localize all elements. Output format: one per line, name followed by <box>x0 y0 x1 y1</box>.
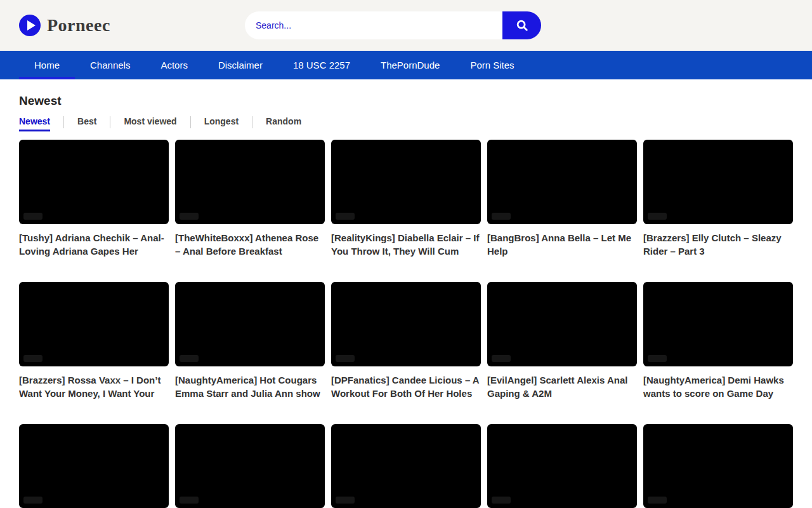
video-title[interactable]: [Brazzers] Elly Clutch – Sleazy Rider – … <box>643 231 793 258</box>
video-thumbnail[interactable] <box>175 424 325 508</box>
magnifier-icon <box>515 18 529 32</box>
video-card[interactable]: [DPFanatics] Candee Licious – A Workout … <box>331 282 481 400</box>
duration-badge <box>492 355 511 362</box>
video-card[interactable] <box>331 424 481 508</box>
video-card[interactable] <box>175 424 325 508</box>
search-bar <box>245 11 541 39</box>
video-title[interactable]: [Brazzers] Rossa Vaxx – I Don’t Want You… <box>19 373 169 400</box>
video-thumbnail[interactable] <box>487 140 637 224</box>
video-title[interactable]: [BangBros] Anna Bella – Let Me Help <box>487 231 637 258</box>
video-card[interactable]: [BangBros] Anna Bella – Let Me Help <box>487 140 637 258</box>
site-name: Porneec <box>47 15 110 36</box>
video-card[interactable] <box>19 424 169 508</box>
video-card[interactable] <box>643 424 793 508</box>
video-card[interactable]: [NaughtyAmerica] Hot Cougars Emma Starr … <box>175 282 325 400</box>
duration-badge <box>336 213 355 220</box>
site-logo[interactable]: Porneec <box>19 15 110 36</box>
site-header: Porneec <box>0 0 812 51</box>
sort-tabs: NewestBestMost viewedLongestRandom <box>19 116 793 131</box>
video-thumbnail[interactable] <box>487 282 637 366</box>
video-card[interactable]: [Tushy] Adriana Chechik – Anal-Loving Ad… <box>19 140 169 258</box>
nav-item-home[interactable]: Home <box>19 51 75 79</box>
nav-item-18-usc-2257[interactable]: 18 USC 2257 <box>278 51 365 79</box>
video-title[interactable]: [EvilAngel] Scarlett Alexis Anal Gaping … <box>487 373 637 400</box>
video-thumbnail[interactable] <box>331 282 481 366</box>
tab-divider <box>63 116 64 128</box>
page-title: Newest <box>19 94 793 108</box>
duration-badge <box>492 213 511 220</box>
video-thumbnail[interactable] <box>19 424 169 508</box>
video-card[interactable]: [Brazzers] Elly Clutch – Sleazy Rider – … <box>643 140 793 258</box>
nav-item-actors[interactable]: Actors <box>145 51 203 79</box>
video-thumbnail[interactable] <box>175 282 325 366</box>
video-title[interactable]: [RealityKings] Diabella Eclair – If You … <box>331 231 481 258</box>
video-card[interactable]: [Brazzers] Rossa Vaxx – I Don’t Want You… <box>19 282 169 400</box>
video-title[interactable]: [DPFanatics] Candee Licious – A Workout … <box>331 373 481 400</box>
duration-badge <box>336 497 355 504</box>
duration-badge <box>180 213 199 220</box>
duration-badge <box>23 213 43 220</box>
video-title[interactable]: [Tushy] Adriana Chechik – Anal-Loving Ad… <box>19 231 169 258</box>
tab-best[interactable]: Best <box>77 116 96 131</box>
video-card[interactable]: [EvilAngel] Scarlett Alexis Anal Gaping … <box>487 282 637 400</box>
play-icon <box>19 15 41 36</box>
search-input[interactable] <box>245 11 502 39</box>
duration-badge <box>492 497 511 504</box>
tab-divider <box>190 116 191 128</box>
tab-newest[interactable]: Newest <box>19 116 50 131</box>
duration-badge <box>648 213 667 220</box>
tab-longest[interactable]: Longest <box>204 116 239 131</box>
video-title[interactable]: [TheWhiteBoxxx] Athenea Rose – Anal Befo… <box>175 231 325 258</box>
video-card[interactable] <box>487 424 637 508</box>
video-thumbnail[interactable] <box>643 140 793 224</box>
nav-item-channels[interactable]: Channels <box>75 51 145 79</box>
duration-badge <box>180 497 199 504</box>
nav-item-porn-sites[interactable]: Porn Sites <box>455 51 529 79</box>
video-grid: [Tushy] Adriana Chechik – Anal-Loving Ad… <box>19 140 793 508</box>
duration-badge <box>23 355 43 362</box>
video-thumbnail[interactable] <box>331 140 481 224</box>
nav-menu: HomeChannelsActorsDisclaimer18 USC 2257T… <box>0 51 812 79</box>
video-title[interactable]: [NaughtyAmerica] Hot Cougars Emma Starr … <box>175 373 325 400</box>
duration-badge <box>180 355 199 362</box>
tab-divider <box>110 116 110 128</box>
video-thumbnail[interactable] <box>19 282 169 366</box>
nav-item-disclaimer[interactable]: Disclaimer <box>203 51 278 79</box>
duration-badge <box>336 355 355 362</box>
duration-badge <box>648 355 667 362</box>
main-content: Newest NewestBestMost viewedLongestRando… <box>0 94 812 508</box>
video-card[interactable]: [NaughtyAmerica] Demi Hawks wants to sco… <box>643 282 793 400</box>
video-thumbnail[interactable] <box>643 282 793 366</box>
search-button[interactable] <box>502 11 541 39</box>
video-thumbnail[interactable] <box>331 424 481 508</box>
video-thumbnail[interactable] <box>19 140 169 224</box>
tab-most-viewed[interactable]: Most viewed <box>124 116 176 131</box>
video-card[interactable]: [TheWhiteBoxxx] Athenea Rose – Anal Befo… <box>175 140 325 258</box>
video-thumbnail[interactable] <box>175 140 325 224</box>
video-title[interactable]: [NaughtyAmerica] Demi Hawks wants to sco… <box>643 373 793 400</box>
tab-random[interactable]: Random <box>266 116 301 131</box>
tab-divider <box>252 116 252 128</box>
video-thumbnail[interactable] <box>643 424 793 508</box>
duration-badge <box>648 497 667 504</box>
video-card[interactable]: [RealityKings] Diabella Eclair – If You … <box>331 140 481 258</box>
video-thumbnail[interactable] <box>487 424 637 508</box>
nav-item-theporndude[interactable]: ThePornDude <box>365 51 455 79</box>
duration-badge <box>23 497 43 504</box>
